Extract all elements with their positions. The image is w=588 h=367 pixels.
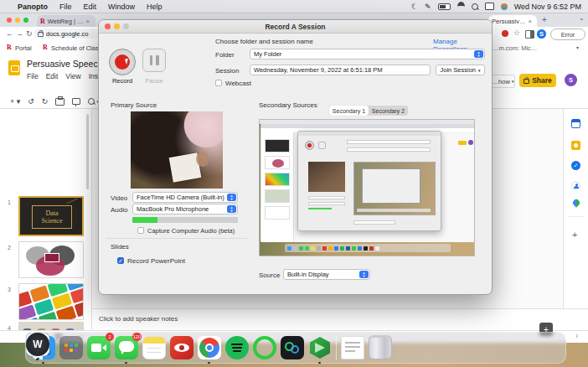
slideshow-button[interactable]: …how ▾ bbox=[491, 75, 515, 88]
tab-webreg-label: WebReg | … bbox=[48, 18, 84, 25]
extension-avatar[interactable]: S bbox=[537, 29, 546, 39]
pause-button[interactable] bbox=[142, 49, 166, 72]
slides-menu-edit[interactable]: Edit bbox=[46, 72, 59, 80]
error-button[interactable]: Error bbox=[550, 28, 585, 40]
audio-source-select[interactable]: MacBook Pro Microphone ▲▼ bbox=[132, 204, 238, 215]
dock-notes-icon[interactable] bbox=[142, 336, 166, 359]
bookmark-portal[interactable]: Portal bbox=[15, 44, 32, 52]
dock-screen-recording-icon[interactable] bbox=[253, 336, 276, 359]
tab-secondary-2[interactable]: Secondary 2 bbox=[369, 106, 408, 116]
record-button[interactable] bbox=[109, 49, 136, 75]
pencil-icon[interactable]: ✎ bbox=[425, 3, 431, 11]
focus-moon-icon[interactable]: ☾ bbox=[411, 3, 418, 11]
account-avatar[interactable]: S bbox=[565, 74, 577, 86]
capture-audio-checkbox[interactable] bbox=[137, 227, 144, 234]
messages-badge: 120 bbox=[132, 333, 142, 341]
slide-thumbnail-1[interactable]: Data Science bbox=[18, 196, 84, 236]
tab-close-icon[interactable]: × bbox=[528, 18, 531, 25]
window-close-button[interactable] bbox=[7, 18, 12, 23]
dialog-title-bar[interactable]: Record A Session bbox=[99, 20, 492, 34]
session-name-input[interactable]: Wednesday, November 9, 2022 at 6:51:18 P… bbox=[250, 65, 431, 75]
record-label: Record bbox=[107, 77, 137, 85]
slides-menus: File Edit View Insert bbox=[27, 72, 106, 80]
contacts-icon[interactable] bbox=[571, 181, 580, 190]
share-button[interactable]: Share bbox=[519, 74, 556, 87]
new-tab-button[interactable]: + bbox=[542, 15, 547, 24]
next-page-chevron-icon[interactable]: › bbox=[575, 331, 578, 340]
redo-icon[interactable]: ↻ bbox=[42, 97, 49, 106]
add-addon-button[interactable]: + bbox=[572, 230, 577, 240]
zoom-tool-icon[interactable]: ▾ bbox=[88, 98, 99, 105]
check-icon: ✓ bbox=[118, 258, 123, 264]
filmstrip-scrollbar[interactable] bbox=[86, 114, 89, 189]
dock-pdf-expert-icon[interactable] bbox=[170, 336, 193, 359]
dock-panopto-icon[interactable] bbox=[308, 336, 332, 359]
menu-app-name[interactable]: Panopto bbox=[18, 3, 48, 11]
address-bar[interactable]: docs.google.co bbox=[34, 28, 99, 39]
join-session-button[interactable]: Join Session ▾ bbox=[436, 65, 485, 75]
presentation-title[interactable]: Persuasive Speech bbox=[27, 59, 102, 69]
dock-launchpad-icon[interactable] bbox=[59, 336, 83, 359]
dock-messages-icon[interactable]: 120 bbox=[115, 336, 138, 359]
extension-star-icon[interactable]: ☆ bbox=[513, 28, 520, 37]
dock-divider bbox=[336, 335, 337, 360]
battery-icon[interactable] bbox=[438, 3, 451, 10]
menu-window[interactable]: Window bbox=[108, 3, 135, 11]
dialog-minimize-button[interactable] bbox=[114, 23, 120, 29]
print-icon[interactable] bbox=[55, 98, 64, 106]
window-minimize-button[interactable] bbox=[15, 18, 20, 23]
window-zoom-button[interactable] bbox=[23, 18, 28, 23]
tab-search-chevron-icon[interactable]: ⌄ bbox=[579, 14, 585, 22]
speaker-notes-placeholder[interactable]: Click to add speaker notes bbox=[99, 315, 178, 323]
reload-icon[interactable]: ↻ bbox=[26, 29, 33, 38]
slides-menu-view[interactable]: View bbox=[65, 72, 80, 80]
dock-chrome-icon[interactable] bbox=[198, 336, 221, 359]
dialog-zoom-button[interactable] bbox=[123, 23, 129, 29]
forward-icon[interactable]: → bbox=[16, 29, 23, 38]
video-caret-icon: ▲▼ bbox=[227, 194, 236, 201]
folder-select[interactable]: My Folder ▲▼ bbox=[250, 49, 485, 59]
spotlight-search-icon[interactable] bbox=[472, 3, 478, 10]
tab-secondary-1[interactable]: Secondary 1 bbox=[329, 106, 369, 116]
paint-format-icon[interactable] bbox=[72, 98, 80, 105]
webcast-checkbox[interactable] bbox=[215, 80, 222, 86]
slide-thumbnail-3[interactable] bbox=[18, 283, 84, 320]
video-source-select[interactable]: FaceTime HD Camera (Built-in) ▲▼ bbox=[132, 192, 238, 203]
slide-thumbnail-2[interactable] bbox=[18, 241, 84, 278]
menu-file[interactable]: File bbox=[59, 3, 72, 11]
new-slide-button[interactable]: + ▾ bbox=[10, 97, 20, 106]
menu-edit[interactable]: Edit bbox=[84, 3, 97, 11]
dialog-close-button[interactable] bbox=[105, 23, 111, 29]
slides-menu-file[interactable]: File bbox=[27, 72, 39, 80]
back-icon[interactable]: ← bbox=[6, 29, 13, 38]
tab-webreg[interactable]: R WebReg | … × bbox=[37, 15, 95, 27]
bookmark-schedule[interactable]: Schedule of Clas… bbox=[51, 44, 105, 52]
dock-documents-icon[interactable] bbox=[341, 336, 364, 359]
maps-icon[interactable] bbox=[571, 198, 580, 207]
undo-icon[interactable]: ↺ bbox=[28, 97, 34, 106]
dock-facetime-icon[interactable]: 2 bbox=[87, 336, 111, 359]
dock-spotify-icon[interactable] bbox=[225, 336, 249, 359]
speaker-notes-bar[interactable]: Click to add speaker notes bbox=[92, 308, 588, 330]
tab-close-icon[interactable]: × bbox=[85, 18, 89, 25]
notice-caret-icon[interactable]: ▾ bbox=[576, 44, 579, 50]
record-powerpoint-checkbox[interactable]: ✓ bbox=[117, 257, 124, 264]
wifi-icon[interactable] bbox=[457, 2, 465, 12]
calendar-icon[interactable] bbox=[571, 119, 580, 128]
slide-thumbnail-4[interactable] bbox=[18, 322, 84, 330]
source-label: Source bbox=[259, 271, 280, 279]
source-caret-icon: ▲▼ bbox=[359, 271, 369, 278]
tab-persuasive[interactable]: Persuasiv… × bbox=[488, 15, 537, 27]
menu-bar-clock[interactable]: Wed Nov 9 6:52 PM bbox=[514, 3, 581, 11]
recording-orb-icon[interactable] bbox=[501, 3, 508, 10]
display-icon[interactable] bbox=[485, 3, 494, 10]
dock-windscribe-icon[interactable]: W bbox=[26, 333, 49, 356]
dock-webex-icon[interactable] bbox=[281, 336, 304, 359]
extension-red-icon[interactable] bbox=[502, 30, 508, 37]
side-panel-icon[interactable] bbox=[525, 30, 534, 39]
menu-help[interactable]: Help bbox=[147, 3, 162, 11]
tasks-icon[interactable]: ✓ bbox=[571, 161, 580, 170]
keep-icon[interactable] bbox=[571, 141, 580, 150]
display-source-select[interactable]: Built-in Display ▲▼ bbox=[283, 269, 370, 280]
dock-trash-icon[interactable] bbox=[369, 336, 392, 359]
